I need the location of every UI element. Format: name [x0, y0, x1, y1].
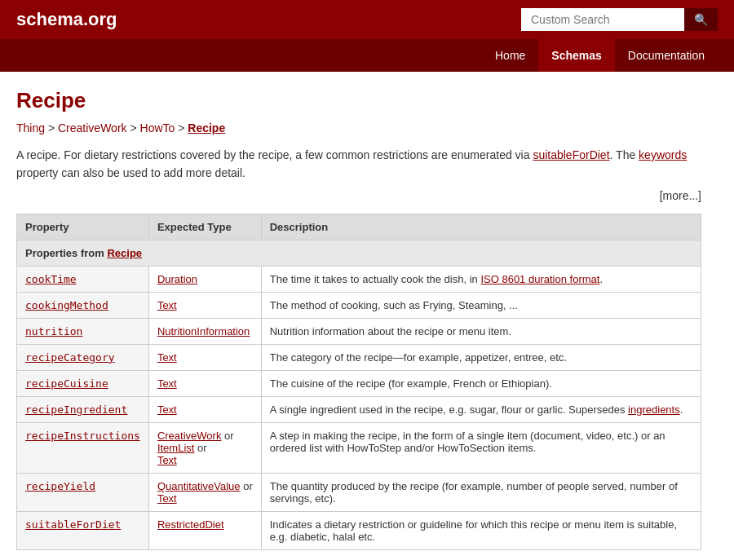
group-recipe-link[interactable]: Recipe: [107, 247, 142, 259]
breadcrumb: Thing > CreativeWork > HowTo > Recipe: [16, 121, 701, 134]
prop-recipe-cuisine: recipeCuisine: [17, 370, 149, 396]
type-text-cooking-method: Text: [148, 292, 261, 318]
desc-recipe-instructions: A step in making the recipe, in the form…: [261, 422, 701, 473]
breadcrumb-current: Recipe: [188, 121, 225, 134]
type-text-recipe-cuisine: Text: [148, 370, 261, 396]
nav-home[interactable]: Home: [482, 39, 538, 72]
table-header-row: Property Expected Type Description: [17, 214, 701, 240]
breadcrumb-creativework[interactable]: CreativeWork: [58, 121, 127, 134]
group-header-cell: Properties from Recipe: [17, 240, 701, 266]
prop-recipe-instructions: recipeInstructions: [17, 422, 149, 473]
desc-recipe-cuisine: The cuisine of the recipe (for example, …: [261, 370, 701, 396]
suitable-for-diet-link[interactable]: suitableForDiet: [533, 148, 609, 161]
site-header: schema.org 🔍: [0, 0, 734, 39]
keywords-link[interactable]: keywords: [639, 148, 687, 161]
desc-suitable-for-diet: Indicates a dietary restriction or guide…: [261, 511, 701, 549]
table-row: suitableForDiet RestrictedDiet Indicates…: [17, 511, 701, 549]
type-recipe-yield: QuantitativeValue or Text: [148, 473, 261, 511]
prop-recipe-yield: recipeYield: [17, 473, 149, 511]
breadcrumb-howto[interactable]: HowTo: [140, 121, 175, 134]
page-description: A recipe. For dietary restrictions cover…: [16, 146, 701, 183]
type-recipe-instructions: CreativeWork or ItemList or Text: [148, 422, 261, 473]
table-row: recipeCategory Text The category of the …: [17, 344, 701, 370]
col-expected-type: Expected Type: [148, 214, 261, 240]
group-title: Properties from Recipe: [25, 247, 142, 259]
prop-nutrition: nutrition: [17, 318, 149, 344]
prop-recipe-category: recipeCategory: [17, 344, 149, 370]
table-row: recipeInstructions CreativeWork or ItemL…: [17, 422, 701, 473]
desc-cooking-method: The method of cooking, such as Frying, S…: [261, 292, 701, 318]
desc-recipe-yield: The quantity produced by the recipe (for…: [261, 473, 701, 511]
site-logo[interactable]: schema.org: [16, 9, 117, 30]
more-link-container: [more...]: [16, 189, 701, 202]
type-duration: Duration: [148, 266, 261, 292]
main-content: Recipe Thing > CreativeWork > HowTo > Re…: [0, 72, 718, 560]
table-row: nutrition NutritionInformation Nutrition…: [17, 318, 701, 344]
type-text-recipe-category: Text: [148, 344, 261, 370]
type-restricted-diet: RestrictedDiet: [148, 511, 261, 549]
main-nav: Home Schemas Documentation: [0, 39, 734, 72]
schema-table: Property Expected Type Description Prope…: [16, 214, 701, 550]
prop-recipe-ingredient: recipeIngredient: [17, 396, 149, 422]
table-row: cookTime Duration The time it takes to a…: [17, 266, 701, 292]
prop-cook-time: cookTime: [17, 266, 149, 292]
type-nutrition-information: NutritionInformation: [148, 318, 261, 344]
group-header-row: Properties from Recipe: [17, 240, 701, 266]
desc-cook-time: The time it takes to actually cook the d…: [261, 266, 701, 292]
table-row: recipeCuisine Text The cuisine of the re…: [17, 370, 701, 396]
search-button[interactable]: 🔍: [684, 8, 718, 31]
table-row: recipeYield QuantitativeValue or Text Th…: [17, 473, 701, 511]
table-row: recipeIngredient Text A single ingredien…: [17, 396, 701, 422]
search-area: 🔍: [521, 8, 718, 31]
table-row: cookingMethod Text The method of cooking…: [17, 292, 701, 318]
prop-suitable-for-diet: suitableForDiet: [17, 511, 149, 549]
more-link[interactable]: [more...]: [660, 189, 701, 202]
search-input[interactable]: [521, 8, 684, 31]
desc-nutrition: Nutrition information about the recipe o…: [261, 318, 701, 344]
desc-recipe-ingredient: A single ingredient used in the recipe, …: [261, 396, 701, 422]
prop-cooking-method: cookingMethod: [17, 292, 149, 318]
col-description: Description: [261, 214, 701, 240]
nav-schemas[interactable]: Schemas: [538, 39, 614, 72]
type-text-recipe-ingredient: Text: [148, 396, 261, 422]
desc-recipe-category: The category of the recipe—for example, …: [261, 344, 701, 370]
nav-documentation[interactable]: Documentation: [615, 39, 718, 72]
breadcrumb-thing[interactable]: Thing: [16, 121, 45, 134]
col-property: Property: [17, 214, 149, 240]
page-title: Recipe: [16, 88, 701, 113]
